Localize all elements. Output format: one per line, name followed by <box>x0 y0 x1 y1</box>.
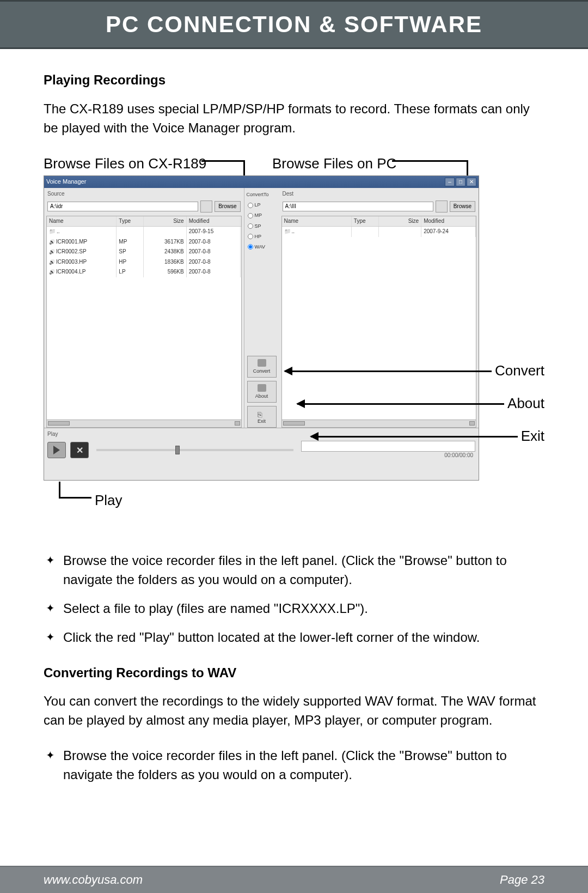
col-size: Size <box>144 216 186 227</box>
list-item: Select a file to play (files are named "… <box>44 599 544 618</box>
convert-option-hp[interactable]: HP <box>244 233 279 240</box>
left-up-folder-button[interactable] <box>200 201 212 212</box>
right-browse-button[interactable]: Browse <box>450 201 475 212</box>
page-header: PC CONNECTION & SOFTWARE <box>0 0 588 49</box>
col-type: Type <box>117 216 144 227</box>
col-name: Name <box>47 216 117 227</box>
about-icon <box>258 384 266 392</box>
window-title: Voice Manager <box>46 178 86 186</box>
col-modified: Modified <box>421 216 476 227</box>
about-button[interactable]: About <box>247 381 277 403</box>
convert-options-column: ConvertTo LPMPSPHPWAV Convert About <box>244 188 279 428</box>
convert-group-label: ConvertTo <box>244 191 269 198</box>
voice-manager-figure: Browse Files on CX-R189 Browse Files on … <box>44 154 544 530</box>
callout-exit: Exit <box>311 426 544 447</box>
right-path-input[interactable] <box>283 202 433 211</box>
exit-button-label: Exit <box>258 418 266 425</box>
seek-slider[interactable] <box>96 449 293 451</box>
col-size: Size <box>379 216 421 227</box>
list-item: Browse the voice recorder files in the l… <box>44 551 544 590</box>
callout-convert-label: Convert <box>495 361 544 381</box>
callout-browse-pc: Browse Files on PC <box>272 154 396 174</box>
table-row[interactable]: ..2007-9-24 <box>282 227 476 237</box>
left-browse-button[interactable]: Browse <box>215 201 240 212</box>
playing-steps-list: Browse the voice recorder files in the l… <box>44 551 544 647</box>
callout-play-label: Play <box>95 490 122 511</box>
col-modified: Modified <box>187 216 241 227</box>
list-item: Click the red "Play" button located at t… <box>44 628 544 647</box>
content-area: Playing Recordings The CX-R189 uses spec… <box>0 49 588 866</box>
convert-steps-list: Browse the voice recorder files in the l… <box>44 746 544 785</box>
footer-url: www.cobyusa.com <box>44 873 143 887</box>
pc-file-panel: Dest Browse Name Type Size Modified <box>279 188 479 428</box>
section-convert-title: Converting Recordings to WAV <box>44 664 544 683</box>
callout-play: Play <box>59 482 135 509</box>
callout-about-label: About <box>507 393 544 414</box>
table-row[interactable]: ICR0001.MPMP3617KB2007-0-8 <box>47 237 241 247</box>
section-playing-title: Playing Recordings <box>44 71 544 90</box>
footer-page: Page 23 <box>500 873 544 887</box>
convert-button-label: Convert <box>253 368 271 375</box>
time-readout: 00:00/00:00 <box>301 452 475 460</box>
list-item: Browse the voice recorder files in the l… <box>44 746 544 785</box>
convert-option-sp[interactable]: SP <box>244 223 279 230</box>
table-row[interactable]: ICR0004.LPLP596KB2007-0-8 <box>47 267 241 277</box>
left-path-input[interactable] <box>47 202 198 211</box>
callout-about: About <box>297 393 544 414</box>
table-row[interactable]: ICR0003.HPHP1836KB2007-0-8 <box>47 257 241 268</box>
page-footer: www.cobyusa.com Page 23 <box>0 866 588 893</box>
right-source-label: Dest <box>279 188 479 199</box>
left-source-label: Source <box>44 188 244 199</box>
col-name: Name <box>282 216 352 227</box>
right-file-list[interactable]: Name Type Size Modified ..2007-9-24 <box>281 216 477 421</box>
play-button[interactable] <box>47 442 66 458</box>
callout-browse-device: Browse Files on CX-R189 <box>44 154 206 174</box>
window-titlebar: Voice Manager – □ ✕ <box>44 176 479 188</box>
col-type: Type <box>352 216 379 227</box>
exit-icon <box>258 409 266 417</box>
right-up-folder-button[interactable] <box>436 201 448 212</box>
callout-convert: Convert <box>285 361 544 381</box>
callout-exit-label: Exit <box>521 426 544 447</box>
device-file-panel: Source Browse Name Type Size Modified <box>44 188 244 428</box>
page-title: PC CONNECTION & SOFTWARE <box>106 11 482 38</box>
left-file-list[interactable]: Name Type Size Modified ..2007-9-15ICR00… <box>46 216 242 421</box>
convert-option-lp[interactable]: LP <box>244 202 279 209</box>
section-playing-intro: The CX-R189 uses special LP/MP/SP/HP for… <box>44 100 544 138</box>
convert-icon <box>258 359 266 367</box>
window-minimize-button[interactable]: – <box>445 178 455 186</box>
table-row[interactable]: ..2007-9-15 <box>47 227 241 237</box>
window-maximize-button[interactable]: □ <box>456 178 465 186</box>
window-close-button[interactable]: ✕ <box>467 178 476 186</box>
section-convert-intro: You can convert the recordings to the wi… <box>44 692 544 730</box>
convert-option-wav[interactable]: WAV <box>244 244 279 251</box>
table-row[interactable]: ICR0002.SPSP2438KB2007-0-8 <box>47 247 241 257</box>
convert-option-mp[interactable]: MP <box>244 212 279 219</box>
left-scrollbar[interactable] <box>46 420 242 428</box>
exit-button[interactable]: Exit <box>247 406 277 428</box>
stop-button[interactable] <box>70 442 89 458</box>
convert-button[interactable]: Convert <box>247 356 277 378</box>
about-button-label: About <box>255 393 268 400</box>
